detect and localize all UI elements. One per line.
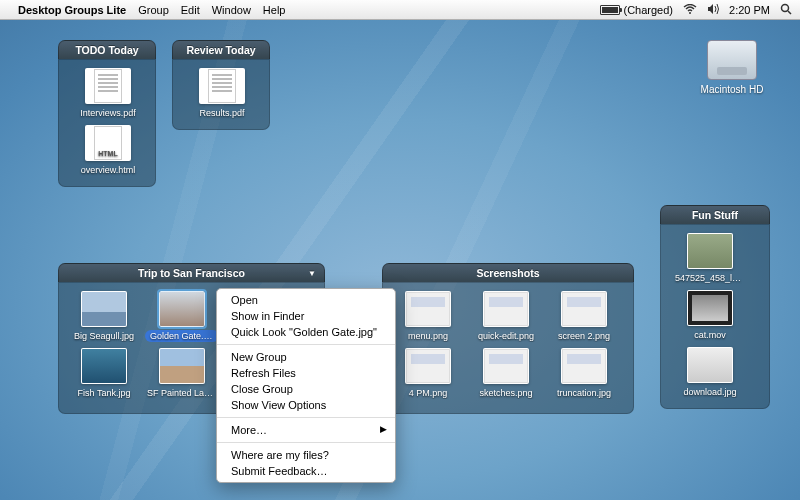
file-label: Big Seagull.jpg [72,330,136,342]
file-label: cat.mov [692,329,728,341]
file-item[interactable]: quick-edit.png [467,291,545,342]
clock[interactable]: 2:20 PM [729,4,770,16]
svg-line-2 [788,11,791,14]
volume-icon[interactable] [707,4,719,16]
battery-status[interactable]: (Charged) [600,4,674,16]
app-menu[interactable]: Desktop Groups Lite [18,4,126,16]
file-label: quick-edit.png [476,330,536,342]
ctx-quick-look[interactable]: Quick Look "Golden Gate.jpg" [217,324,395,340]
desktop-drive[interactable]: Macintosh HD [694,40,770,95]
ctx-close-group[interactable]: Close Group [217,381,395,397]
group-screenshots: Screenshots menu.png quick-edit.png scre… [382,263,634,414]
file-item[interactable]: Interviews.pdf [65,68,151,119]
file-thumb [159,291,205,327]
group-header-trip[interactable]: Trip to San Francisco▼ [58,263,325,282]
file-item[interactable]: SF Painted Ladies.jpg [143,348,221,399]
separator [217,442,395,443]
file-thumb [483,348,529,384]
group-header-todo[interactable]: TODO Today [58,40,156,59]
chevron-right-icon: ▶ [380,424,387,434]
ctx-open[interactable]: Open [217,292,395,308]
harddrive-icon [707,40,757,80]
file-thumb [199,68,245,104]
file-label: download.jpg [681,386,738,398]
file-item-selected[interactable]: Golden Gate.jpg [143,291,221,342]
group-body-fun[interactable]: 547525_458_lucy.jpg cat.mov download.jpg [660,224,770,409]
ctx-more[interactable]: More…▶ [217,422,395,438]
file-label: menu.png [406,330,450,342]
file-item[interactable]: Big Seagull.jpg [65,291,143,342]
file-label: Interviews.pdf [78,107,138,119]
menu-window[interactable]: Window [212,4,251,16]
file-thumb [81,291,127,327]
battery-label: (Charged) [624,4,674,16]
group-fun: Fun Stuff 547525_458_lucy.jpg cat.mov do… [660,205,770,409]
file-thumb [687,233,733,269]
group-header-screenshots[interactable]: Screenshots [382,263,634,282]
file-label: Fish Tank.jpg [76,387,133,399]
file-thumb: HTML [85,125,131,161]
file-thumb [483,291,529,327]
group-body-review[interactable]: Results.pdf [172,59,270,130]
group-body-screenshots[interactable]: menu.png quick-edit.png screen 2.png 4 P… [382,282,634,414]
chevron-down-icon[interactable]: ▼ [308,269,316,278]
svg-point-0 [689,12,691,14]
file-label: Results.pdf [197,107,246,119]
menu-group[interactable]: Group [138,4,169,16]
file-thumb [405,291,451,327]
file-thumb [687,290,733,326]
file-label: 547525_458_lucy.jpg [673,272,747,284]
file-thumb [561,348,607,384]
menubar: Desktop Groups Lite Group Edit Window He… [0,0,800,20]
file-thumb [561,291,607,327]
ctx-where-files[interactable]: Where are my files? [217,447,395,463]
menu-help[interactable]: Help [263,4,286,16]
file-item[interactable]: Fish Tank.jpg [65,348,143,399]
file-item[interactable]: download.jpg [667,347,753,398]
ctx-view-options[interactable]: Show View Options [217,397,395,413]
file-label: overview.html [79,164,138,176]
file-thumb [687,347,733,383]
wifi-icon[interactable] [683,4,697,16]
file-label: Golden Gate.jpg [145,330,219,342]
ctx-new-group[interactable]: New Group [217,349,395,365]
separator [217,417,395,418]
drive-label: Macintosh HD [694,84,770,95]
group-body-todo[interactable]: Interviews.pdf HTML overview.html [58,59,156,187]
file-item[interactable]: 547525_458_lucy.jpg [667,233,753,284]
file-label: screen 2.png [556,330,612,342]
menu-edit[interactable]: Edit [181,4,200,16]
group-todo: TODO Today Interviews.pdf HTML overview.… [58,40,156,187]
group-header-review[interactable]: Review Today [172,40,270,59]
file-thumb [81,348,127,384]
file-item[interactable]: screen 2.png [545,291,623,342]
group-header-fun[interactable]: Fun Stuff [660,205,770,224]
file-label: sketches.png [477,387,534,399]
file-item[interactable]: cat.mov [667,290,753,341]
file-item[interactable]: 4 PM.png [389,348,467,399]
ctx-feedback[interactable]: Submit Feedback… [217,463,395,479]
ctx-show-in-finder[interactable]: Show in Finder [217,308,395,324]
battery-icon [600,5,620,15]
file-item[interactable]: HTML overview.html [65,125,151,176]
file-item[interactable]: truncation.jpg [545,348,623,399]
group-review: Review Today Results.pdf [172,40,270,130]
file-item[interactable]: menu.png [389,291,467,342]
context-menu: Open Show in Finder Quick Look "Golden G… [216,288,396,483]
file-item[interactable]: sketches.png [467,348,545,399]
file-item[interactable]: Results.pdf [179,68,265,119]
svg-point-1 [782,4,789,11]
file-label: SF Painted Ladies.jpg [145,387,219,399]
file-thumb [85,68,131,104]
file-label: truncation.jpg [555,387,613,399]
file-thumb [159,348,205,384]
separator [217,344,395,345]
file-thumb [405,348,451,384]
ctx-refresh[interactable]: Refresh Files [217,365,395,381]
file-label: 4 PM.png [407,387,450,399]
spotlight-icon[interactable] [780,3,792,17]
